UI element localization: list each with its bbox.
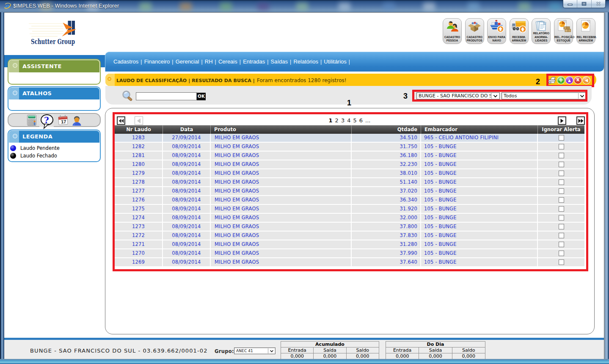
minimize-button[interactable] [563, 0, 577, 8]
calendar-icon[interactable]: 17 [58, 115, 69, 126]
table-row[interactable]: 128327/09/2014MILHO EM GRAOS34.510965 - … [115, 134, 584, 142]
ignore-alert-checkbox[interactable] [559, 197, 564, 203]
table-row[interactable]: 128008/09/2014MILHO EM GRAOS32.230105 - … [115, 160, 584, 168]
toolbar-button-label: REL RECEBIM.ARMAZÉM [577, 36, 595, 42]
ignore-alert-checkbox[interactable] [559, 144, 564, 149]
ignore-alert-checkbox[interactable] [559, 233, 564, 238]
search-input[interactable] [136, 92, 197, 100]
column-header-embarcador[interactable]: Embarcador [421, 125, 538, 134]
laudo-number[interactable]: 1276 [115, 196, 163, 204]
page-link-1[interactable]: 1 [329, 117, 333, 124]
ignore-alert-checkbox[interactable] [559, 242, 564, 247]
table-row[interactable]: 127808/09/2014MILHO EM GRAOS51.140105 - … [115, 178, 584, 186]
table-row[interactable]: 127508/09/2014MILHO EM GRAOS31.920105 - … [115, 205, 584, 213]
ignore-alert-checkbox[interactable] [559, 179, 564, 185]
menu-item-financeiro[interactable]: Financeiro [144, 58, 170, 65]
ignore-alert-checkbox[interactable] [559, 135, 564, 141]
toolbar-button-pie-report[interactable]: REL. POSIÇÃOESTOQUE [554, 18, 573, 44]
menu-item-rh[interactable]: RH [205, 58, 213, 65]
window-border-left [0, 12, 4, 360]
laudo-shipper: 105 - BUNGE [421, 240, 538, 248]
laudo-number[interactable]: 1278 [115, 178, 163, 186]
ship-icon [488, 19, 506, 33]
column-header-data[interactable]: Data [163, 125, 211, 134]
ignore-alert-checkbox[interactable] [559, 171, 564, 176]
column-header-produto[interactable]: Produto [211, 125, 352, 134]
sidebar-toolbar: ? 17 [8, 113, 101, 127]
laudo-number[interactable]: 1270 [115, 249, 163, 257]
menu-item-cadastros[interactable]: Cadastros [113, 58, 138, 65]
toolbar-button-people[interactable]: CADASTROPESSOA [443, 18, 462, 44]
table-row[interactable]: 127308/09/2014MILHO EM GRAOS37.800105 - … [115, 223, 584, 231]
laudo-number[interactable]: 1283 [115, 134, 163, 142]
calculator-icon[interactable] [27, 115, 36, 126]
maximize-button[interactable] [577, 0, 591, 8]
panel-atalhos-header[interactable]: › ATALHOS [9, 88, 99, 99]
laudo-number[interactable]: 1269 [115, 258, 163, 266]
page-link-4[interactable]: 4 [347, 117, 350, 124]
table-row[interactable]: 127608/09/2014MILHO EM GRAOS36.340105 - … [115, 196, 584, 204]
table-row[interactable]: 126908/09/2014MILHO EM GRAOS37.640105 - … [115, 258, 584, 266]
annotation-number-2: 2 [536, 77, 540, 86]
ignore-alert-checkbox[interactable] [559, 188, 564, 194]
acumulado-values: 0,0000,0000,000 [281, 353, 379, 359]
column-header-qtdade[interactable]: Qtdade [352, 125, 421, 134]
grupo-select[interactable]: ANEC 41 [234, 347, 276, 354]
column-header-nrlaudo[interactable]: Nr Laudo [115, 125, 163, 134]
laudo-number[interactable]: 1275 [115, 205, 163, 213]
page-link-6[interactable]: 6 [359, 117, 363, 124]
table-row[interactable]: 128108/09/2014MILHO EM GRAOS36.180105 - … [115, 152, 584, 160]
menu-item-utilitarios[interactable]: Utilitários [324, 58, 346, 65]
user-icon[interactable] [71, 115, 83, 126]
menu-item-cereais[interactable]: Cereais [218, 58, 237, 65]
menu-item-relatorios[interactable]: Relatórios [293, 58, 318, 65]
ignore-alert-checkbox[interactable] [559, 215, 564, 221]
laudo-number[interactable]: 1277 [115, 187, 163, 195]
laudo-number[interactable]: 1281 [115, 152, 163, 160]
search-ok-button[interactable]: OK [197, 93, 206, 100]
laudo-number[interactable]: 1279 [115, 169, 163, 177]
banner-message: Foram encontrados 1280 registros! [257, 77, 347, 83]
page-link-more[interactable]: ... [365, 117, 370, 124]
toolbar-button-box[interactable]: CADASTROPRODUTOS [465, 18, 484, 44]
ignore-alert-checkbox[interactable] [559, 251, 564, 256]
laudo-product: MILHO EM GRAOS [211, 160, 352, 168]
panel-legenda-header[interactable]: › LEGENDA [9, 131, 99, 143]
ignore-alert-checkbox[interactable] [559, 206, 564, 212]
table-row[interactable]: 127208/09/2014MILHO EM GRAOS37.830105 - … [115, 232, 584, 240]
laudo-number[interactable]: 1273 [115, 223, 163, 231]
table-row[interactable]: 127008/09/2014MILHO EM GRAOS37.990105 - … [115, 249, 584, 257]
laudo-number[interactable]: 1282 [115, 143, 163, 151]
laudo-date: 08/09/2014 [163, 152, 211, 160]
page-link-2[interactable]: 2 [335, 117, 339, 124]
laudo-number[interactable]: 1272 [115, 232, 163, 240]
laudo-product: MILHO EM GRAOS [211, 187, 352, 195]
menu-item-entradas[interactable]: Entradas [243, 58, 265, 65]
toolbar-button-pie-page[interactable]: REL RECEBIM.ARMAZÉM [576, 18, 595, 44]
close-button[interactable] [592, 0, 605, 8]
panel-legenda-title: LEGENDA [22, 131, 52, 143]
table-row[interactable]: 127108/09/2014MILHO EM GRAOS31.280105 - … [115, 240, 584, 248]
table-row[interactable]: 127408/09/2014MILHO EM GRAOS32.000105 - … [115, 214, 584, 222]
table-row[interactable]: 127708/09/2014MILHO EM GRAOS37.020105 - … [115, 187, 584, 195]
laudo-number[interactable]: 1274 [115, 214, 163, 222]
laudo-number[interactable]: 1280 [115, 160, 163, 168]
page-link-5[interactable]: 5 [353, 117, 356, 124]
menu-item-gerencial[interactable]: Gerencial [176, 58, 199, 65]
column-header-ignoraralerta[interactable]: Ignorar Alerta [538, 125, 584, 134]
table-row[interactable]: 128208/09/2014MILHO EM GRAOS31.750105 - … [115, 143, 584, 151]
toolbar-button-truck[interactable]: RECEBIM.ARMAZÉM [510, 18, 529, 44]
help-icon[interactable]: ? [39, 114, 54, 127]
titlebar-glass-blob [257, 3, 269, 11]
ignore-alert-checkbox[interactable] [559, 259, 564, 265]
panel-assistente-header[interactable]: › ASSISTENTE [9, 60, 99, 72]
ignore-alert-checkbox[interactable] [559, 162, 564, 167]
menu-item-saidas[interactable]: Saídas [271, 58, 288, 65]
toolbar-button-documents[interactable]: RELATÓRIOANORMA-LIDADES [532, 18, 551, 44]
ignore-alert-checkbox[interactable] [559, 153, 564, 158]
toolbar-button-ship[interactable]: ENVIO PARANAVIO [487, 18, 506, 44]
page-link-3[interactable]: 3 [341, 117, 344, 124]
table-row[interactable]: 127908/09/2014MILHO EM GRAOS38.010105 - … [115, 169, 584, 177]
laudo-number[interactable]: 1271 [115, 240, 163, 248]
ignore-alert-checkbox[interactable] [559, 224, 564, 229]
